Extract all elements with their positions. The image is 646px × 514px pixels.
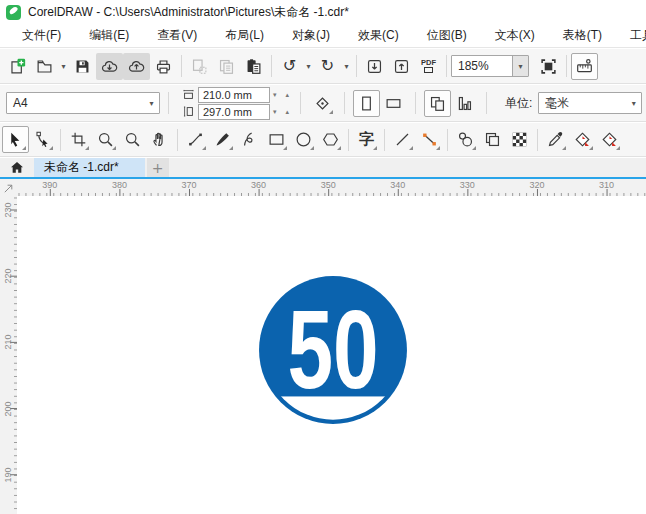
show-rulers-button[interactable] [571,53,598,80]
all-pages-button[interactable] [424,90,451,117]
crop-tool[interactable] [65,126,92,153]
pan-tool[interactable] [146,126,173,153]
menu-item[interactable]: 效果(C) [344,24,413,47]
propbar-separator [415,92,416,114]
horizontal-ruler[interactable]: 390380370360350340330320310 [17,179,646,196]
menu-item[interactable]: 文件(F) [8,24,75,47]
drawing-canvas[interactable]: 50 [17,196,646,514]
menu-item[interactable]: 布局(L) [211,24,278,47]
pick-tool[interactable] [2,126,29,153]
horizontal-ruler-labels: 390380370360350340330320310 [15,180,641,190]
text-tool-icon: 字 [359,132,374,147]
paste-button[interactable] [240,53,267,80]
toolbox-separator [384,129,385,151]
toolbar-separator [271,55,272,77]
open-dropdown-caret[interactable]: ▾ [58,62,69,71]
menu-item[interactable]: 对象(J) [278,24,344,47]
polygon-tool[interactable] [317,126,344,153]
vertical-ruler[interactable]: 230220210200190 [0,196,17,514]
menu-item[interactable]: 表格(T) [549,24,616,47]
dimension-tool[interactable] [389,126,416,153]
zoom-out-tool-icon [124,131,141,148]
copy-button[interactable] [213,53,240,80]
new-tab-button[interactable]: + [147,158,169,177]
page-width-icon [181,89,195,101]
eyedropper-tool[interactable] [542,126,569,153]
shadow-tool[interactable] [452,126,479,153]
contour-tool[interactable] [479,126,506,153]
current-page-button[interactable] [451,90,478,117]
page-size-combo[interactable]: A4 ▾ [6,92,160,114]
transparency-tool[interactable] [506,126,533,153]
zoom-out-tool[interactable] [119,126,146,153]
zoom-level-combo[interactable]: 185% ▾ [451,55,529,77]
smart-fill-icon [601,131,618,148]
undo-dropdown-caret[interactable]: ▾ [303,62,314,71]
artistic-media-tool[interactable] [209,126,236,153]
portrait-icon [358,95,375,112]
page-width-field[interactable]: 210.0 mm [198,87,270,103]
standard-toolbar: ▾ ↺ ▾ ↻ ▾ PDF 185% ▾ [0,49,646,84]
paste-icon [245,58,262,75]
document-tab-active[interactable]: 未命名 -1.cdr* [34,158,145,177]
zoom-dropdown-caret[interactable]: ▾ [512,56,528,76]
print-button[interactable] [150,53,177,80]
page-dimensions: 210.0 mm ▾▴ 297.0 mm ▾▴ [181,87,292,120]
fullscreen-preview-button[interactable] [535,53,562,80]
undo-icon: ↺ [283,58,296,74]
zoom-tool[interactable] [92,126,119,153]
shadow-tool-icon [457,131,474,148]
menu-item[interactable]: 位图(B) [413,24,481,47]
menu-item[interactable]: 编辑(E) [75,24,143,47]
cloud-save-button[interactable] [123,53,150,80]
rectangle-tool[interactable] [263,126,290,153]
fullscreen-icon [540,58,557,75]
open-button[interactable] [31,53,58,80]
cut-button[interactable] [186,53,213,80]
new-document-button[interactable] [4,53,31,80]
redo-button[interactable]: ↻ [314,53,341,80]
smart-fill-tool[interactable] [596,126,623,153]
cut-icon [191,58,208,75]
ellipse-tool[interactable] [290,126,317,153]
ruler-label: 380 [85,180,155,190]
property-bar: A4 ▾ 210.0 mm ▾▴ 297.0 mm ▾▴ 单位: 毫米 [0,85,646,122]
artistic-media-icon [214,131,231,148]
units-combo[interactable]: 毫米 ▾ [538,92,642,114]
units-caret[interactable]: ▾ [625,93,641,113]
text-tool[interactable]: 字 [353,126,380,153]
import-button[interactable] [361,53,388,80]
page-height-spinner[interactable]: ▾▴ [270,108,292,116]
page-height-field[interactable]: 297.0 mm [198,104,270,120]
menu-item[interactable]: 工具(O) [616,24,646,47]
undo-button[interactable]: ↺ [276,53,303,80]
toolbox: 字 [0,123,646,157]
menu-item[interactable]: 查看(V) [143,24,211,47]
page-size-caret[interactable]: ▾ [143,93,159,113]
connector-tool[interactable] [416,126,443,153]
polygon-tool-icon [322,131,339,148]
ruler-label: 360 [224,180,294,190]
portrait-button[interactable] [353,90,380,117]
toolbar-separator [356,55,357,77]
landscape-button[interactable] [380,90,407,117]
interactive-fill-tool[interactable] [569,126,596,153]
page-size-options-button[interactable] [309,90,336,117]
shape-tool[interactable] [29,126,56,153]
speed-limit-sign-object[interactable]: 50 [247,264,419,436]
freehand-tool[interactable] [182,126,209,153]
toolbar-separator [566,55,567,77]
publish-pdf-button[interactable]: PDF [415,53,442,80]
page-height-icon [181,106,195,118]
cloud-upload-icon [128,58,145,75]
title-bar: CorelDRAW - C:\Users\Administrator\Pictu… [0,0,646,24]
menu-item[interactable]: 文本(X) [481,24,549,47]
page-width-spinner[interactable]: ▾▴ [270,91,292,99]
toolbox-separator [348,129,349,151]
export-button[interactable] [388,53,415,80]
welcome-home-button[interactable] [0,158,34,177]
redo-dropdown-caret[interactable]: ▾ [341,62,352,71]
save-button[interactable] [69,53,96,80]
curve-tool[interactable] [236,126,263,153]
cloud-open-button[interactable] [96,53,123,80]
